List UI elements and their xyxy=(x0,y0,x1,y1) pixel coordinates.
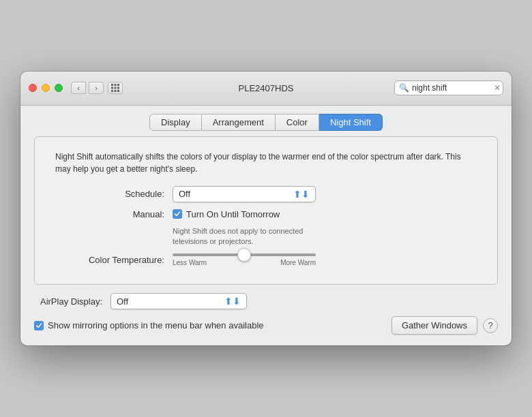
maximize-button[interactable] xyxy=(55,84,63,92)
close-button[interactable] xyxy=(29,84,37,92)
schedule-value: Off xyxy=(179,189,291,199)
footer-right: Gather Windows ? xyxy=(391,316,498,335)
back-button[interactable]: ‹ xyxy=(71,82,86,94)
svg-rect-1 xyxy=(115,84,117,86)
forward-button[interactable]: › xyxy=(89,82,104,94)
svg-rect-5 xyxy=(117,87,119,89)
tab-bar: Display Arrangement Color Night Shift xyxy=(20,106,512,136)
svg-rect-8 xyxy=(117,90,119,92)
airplay-row: AirPlay Display: Off ⬆⬇ xyxy=(34,293,498,309)
manual-label: Manual: xyxy=(55,209,164,219)
bottom-area: AirPlay Display: Off ⬆⬇ Show mirroring o… xyxy=(20,293,512,345)
color-temp-row: Color Temperature: Less Warm More Warm xyxy=(55,253,477,266)
manual-row: Manual: Turn On Until Tomorrow xyxy=(55,209,477,219)
footer-row: Show mirroring options in the menu bar w… xyxy=(34,316,498,335)
svg-rect-7 xyxy=(115,90,117,92)
window-title: PLE2407HDS xyxy=(239,83,294,93)
svg-rect-0 xyxy=(111,84,113,86)
svg-rect-4 xyxy=(115,87,117,89)
traffic-lights xyxy=(29,84,63,92)
main-window: ‹ › PLE2407HDS 🔍 ✕ Display Arran xyxy=(20,72,512,346)
airplay-value: Off xyxy=(117,296,222,307)
schedule-dropdown-arrow: ⬆⬇ xyxy=(293,189,310,200)
mirroring-checkbox[interactable] xyxy=(34,321,44,330)
search-clear-button[interactable]: ✕ xyxy=(494,83,501,93)
mirroring-label: Show mirroring options in the menu bar w… xyxy=(48,320,264,330)
sub-note: Night Shift does not apply to connected … xyxy=(173,226,477,247)
search-input[interactable] xyxy=(412,83,494,93)
tab-night-shift[interactable]: Night Shift xyxy=(319,114,383,131)
titlebar: ‹ › PLE2407HDS 🔍 ✕ xyxy=(20,72,512,106)
schedule-row: Schedule: Off ⬆⬇ xyxy=(55,186,477,202)
gather-windows-button[interactable]: Gather Windows xyxy=(391,316,477,335)
grid-button[interactable] xyxy=(108,82,123,94)
airplay-dropdown-arrow: ⬆⬇ xyxy=(224,296,241,307)
airplay-label: AirPlay Display: xyxy=(34,296,102,307)
schedule-label: Schedule: xyxy=(55,189,164,199)
slider-wrap: Less Warm More Warm xyxy=(173,253,316,266)
svg-rect-2 xyxy=(117,84,119,86)
minimize-button[interactable] xyxy=(42,84,50,92)
manual-checkbox-label: Turn On Until Tomorrow xyxy=(186,209,280,219)
search-box[interactable]: 🔍 ✕ xyxy=(394,80,503,95)
footer-left: Show mirroring options in the menu bar w… xyxy=(34,320,264,330)
color-temp-label: Color Temperature: xyxy=(55,255,164,265)
help-button[interactable]: ? xyxy=(483,318,498,333)
airplay-dropdown[interactable]: Off ⬆⬇ xyxy=(110,293,247,309)
tab-color[interactable]: Color xyxy=(276,114,319,131)
nav-buttons: ‹ › xyxy=(71,82,104,94)
more-warm-label: More Warm xyxy=(280,259,316,266)
slider-labels: Less Warm More Warm xyxy=(173,259,316,266)
tab-arrangement[interactable]: Arrangement xyxy=(202,114,276,131)
manual-checkbox[interactable] xyxy=(173,209,182,219)
schedule-dropdown[interactable]: Off ⬆⬇ xyxy=(173,186,316,202)
svg-rect-3 xyxy=(111,87,113,89)
night-shift-panel: Night Shift automatically shifts the col… xyxy=(34,136,498,285)
svg-rect-6 xyxy=(111,90,113,92)
less-warm-label: Less Warm xyxy=(173,259,207,266)
manual-checkbox-row: Turn On Until Tomorrow xyxy=(173,209,280,219)
color-temp-slider[interactable] xyxy=(173,253,316,256)
tab-display[interactable]: Display xyxy=(149,114,202,131)
night-shift-description: Night Shift automatically shifts the col… xyxy=(55,151,477,175)
search-icon: 🔍 xyxy=(399,83,409,93)
